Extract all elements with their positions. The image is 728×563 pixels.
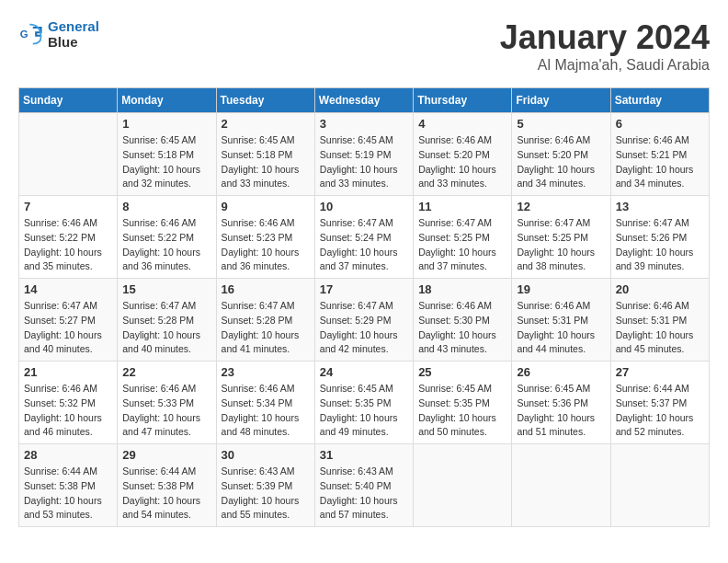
day-number: 9: [222, 200, 310, 213]
calendar-cell: 22Sunrise: 6:46 AM Sunset: 5:33 PM Dayli…: [118, 362, 216, 444]
day-info: Sunrise: 6:47 AM Sunset: 5:28 PM Dayligh…: [222, 299, 310, 357]
calendar-cell: [19, 113, 118, 196]
calendar-cell: 3Sunrise: 6:45 AM Sunset: 5:19 PM Daylig…: [314, 113, 413, 196]
calendar-cell: [610, 444, 709, 527]
day-number: 7: [24, 200, 112, 213]
weekday-header-monday: Monday: [118, 88, 216, 113]
day-info: Sunrise: 6:47 AM Sunset: 5:24 PM Dayligh…: [320, 216, 408, 274]
week-row-2: 7Sunrise: 6:46 AM Sunset: 5:22 PM Daylig…: [19, 196, 710, 279]
day-number: 27: [616, 365, 704, 379]
week-row-4: 21Sunrise: 6:46 AM Sunset: 5:32 PM Dayli…: [19, 362, 710, 444]
day-number: 15: [122, 282, 210, 296]
day-number: 16: [222, 282, 310, 296]
day-info: Sunrise: 6:47 AM Sunset: 5:28 PM Dayligh…: [122, 299, 210, 357]
calendar-cell: 14Sunrise: 6:47 AM Sunset: 5:27 PM Dayli…: [19, 279, 118, 362]
calendar-cell: 1Sunrise: 6:45 AM Sunset: 5:18 PM Daylig…: [118, 113, 216, 196]
day-info: Sunrise: 6:47 AM Sunset: 5:25 PM Dayligh…: [418, 216, 506, 274]
day-info: Sunrise: 6:47 AM Sunset: 5:25 PM Dayligh…: [517, 216, 605, 274]
day-info: Sunrise: 6:44 AM Sunset: 5:38 PM Dayligh…: [122, 465, 210, 523]
calendar-cell: 5Sunrise: 6:46 AM Sunset: 5:20 PM Daylig…: [512, 113, 610, 196]
weekday-header-sunday: Sunday: [19, 88, 118, 113]
day-number: 2: [222, 117, 310, 131]
day-info: Sunrise: 6:45 AM Sunset: 5:36 PM Dayligh…: [517, 382, 605, 440]
calendar-cell: 16Sunrise: 6:47 AM Sunset: 5:28 PM Dayli…: [216, 279, 314, 362]
day-info: Sunrise: 6:46 AM Sunset: 5:31 PM Dayligh…: [517, 299, 605, 357]
calendar-cell: 30Sunrise: 6:43 AM Sunset: 5:39 PM Dayli…: [216, 444, 314, 527]
day-info: Sunrise: 6:46 AM Sunset: 5:21 PM Dayligh…: [616, 133, 704, 191]
svg-text:G: G: [20, 29, 28, 40]
day-info: Sunrise: 6:45 AM Sunset: 5:18 PM Dayligh…: [222, 133, 310, 191]
location-title: Al Majma'ah, Saudi Arabia: [500, 57, 710, 74]
calendar-cell: 27Sunrise: 6:44 AM Sunset: 5:37 PM Dayli…: [610, 362, 709, 444]
calendar-cell: 19Sunrise: 6:46 AM Sunset: 5:31 PM Dayli…: [512, 279, 610, 362]
day-info: Sunrise: 6:43 AM Sunset: 5:39 PM Dayligh…: [222, 465, 310, 523]
day-number: 19: [517, 282, 605, 296]
header: G General Blue January 2024 Al Majma'ah,…: [18, 18, 710, 74]
day-info: Sunrise: 6:46 AM Sunset: 5:20 PM Dayligh…: [517, 133, 605, 191]
week-row-3: 14Sunrise: 6:47 AM Sunset: 5:27 PM Dayli…: [19, 279, 710, 362]
weekday-header-tuesday: Tuesday: [216, 88, 314, 113]
calendar-cell: 9Sunrise: 6:46 AM Sunset: 5:23 PM Daylig…: [216, 196, 314, 279]
calendar-cell: 20Sunrise: 6:46 AM Sunset: 5:31 PM Dayli…: [610, 279, 709, 362]
day-info: Sunrise: 6:46 AM Sunset: 5:34 PM Dayligh…: [222, 382, 310, 440]
day-info: Sunrise: 6:46 AM Sunset: 5:30 PM Dayligh…: [418, 299, 506, 357]
calendar-cell: 11Sunrise: 6:47 AM Sunset: 5:25 PM Dayli…: [414, 196, 512, 279]
day-number: 5: [517, 117, 605, 131]
day-number: 25: [418, 365, 506, 379]
day-info: Sunrise: 6:45 AM Sunset: 5:35 PM Dayligh…: [418, 382, 506, 440]
day-number: 10: [320, 200, 408, 213]
day-info: Sunrise: 6:46 AM Sunset: 5:32 PM Dayligh…: [24, 382, 112, 440]
day-info: Sunrise: 6:44 AM Sunset: 5:38 PM Dayligh…: [24, 465, 112, 523]
calendar-cell: 12Sunrise: 6:47 AM Sunset: 5:25 PM Dayli…: [512, 196, 610, 279]
day-number: 12: [517, 200, 605, 213]
logo-text: General Blue: [48, 18, 99, 50]
day-number: 14: [24, 282, 112, 296]
calendar-cell: 24Sunrise: 6:45 AM Sunset: 5:35 PM Dayli…: [314, 362, 413, 444]
day-number: 31: [320, 448, 408, 462]
day-number: 23: [222, 365, 310, 379]
calendar-cell: 8Sunrise: 6:46 AM Sunset: 5:22 PM Daylig…: [118, 196, 216, 279]
day-number: 30: [222, 448, 310, 462]
day-number: 13: [616, 200, 704, 213]
day-info: Sunrise: 6:47 AM Sunset: 5:27 PM Dayligh…: [24, 299, 112, 357]
day-number: 11: [418, 200, 506, 213]
day-info: Sunrise: 6:44 AM Sunset: 5:37 PM Dayligh…: [616, 382, 704, 440]
day-info: Sunrise: 6:46 AM Sunset: 5:20 PM Dayligh…: [418, 133, 506, 191]
day-number: 6: [616, 117, 704, 131]
day-number: 20: [616, 282, 704, 296]
day-info: Sunrise: 6:45 AM Sunset: 5:35 PM Dayligh…: [320, 382, 408, 440]
calendar-cell: 13Sunrise: 6:47 AM Sunset: 5:26 PM Dayli…: [610, 196, 709, 279]
day-info: Sunrise: 6:43 AM Sunset: 5:40 PM Dayligh…: [320, 465, 408, 523]
calendar-cell: 10Sunrise: 6:47 AM Sunset: 5:24 PM Dayli…: [314, 196, 413, 279]
month-title: January 2024: [500, 18, 710, 57]
day-number: 28: [24, 448, 112, 462]
day-number: 26: [517, 365, 605, 379]
calendar-cell: 28Sunrise: 6:44 AM Sunset: 5:38 PM Dayli…: [19, 444, 118, 527]
calendar-cell: 6Sunrise: 6:46 AM Sunset: 5:21 PM Daylig…: [610, 113, 709, 196]
calendar-table: SundayMondayTuesdayWednesdayThursdayFrid…: [18, 87, 710, 527]
day-info: Sunrise: 6:46 AM Sunset: 5:33 PM Dayligh…: [122, 382, 210, 440]
day-number: 3: [320, 117, 408, 131]
day-number: 22: [122, 365, 210, 379]
calendar-cell: 17Sunrise: 6:47 AM Sunset: 5:29 PM Dayli…: [314, 279, 413, 362]
calendar-cell: [512, 444, 610, 527]
calendar-cell: 15Sunrise: 6:47 AM Sunset: 5:28 PM Dayli…: [118, 279, 216, 362]
calendar-cell: [414, 444, 512, 527]
calendar-cell: 26Sunrise: 6:45 AM Sunset: 5:36 PM Dayli…: [512, 362, 610, 444]
day-info: Sunrise: 6:46 AM Sunset: 5:22 PM Dayligh…: [122, 216, 210, 274]
calendar-cell: 23Sunrise: 6:46 AM Sunset: 5:34 PM Dayli…: [216, 362, 314, 444]
logo: G General Blue: [18, 18, 99, 50]
logo-icon: G: [18, 21, 44, 47]
day-number: 1: [122, 117, 210, 131]
weekday-header-row: SundayMondayTuesdayWednesdayThursdayFrid…: [19, 88, 710, 113]
weekday-header-thursday: Thursday: [414, 88, 512, 113]
day-info: Sunrise: 6:47 AM Sunset: 5:29 PM Dayligh…: [320, 299, 408, 357]
day-info: Sunrise: 6:47 AM Sunset: 5:26 PM Dayligh…: [616, 216, 704, 274]
day-number: 4: [418, 117, 506, 131]
day-number: 18: [418, 282, 506, 296]
weekday-header-friday: Friday: [512, 88, 610, 113]
day-info: Sunrise: 6:45 AM Sunset: 5:19 PM Dayligh…: [320, 133, 408, 191]
calendar-cell: 7Sunrise: 6:46 AM Sunset: 5:22 PM Daylig…: [19, 196, 118, 279]
week-row-1: 1Sunrise: 6:45 AM Sunset: 5:18 PM Daylig…: [19, 113, 710, 196]
weekday-header-wednesday: Wednesday: [314, 88, 413, 113]
